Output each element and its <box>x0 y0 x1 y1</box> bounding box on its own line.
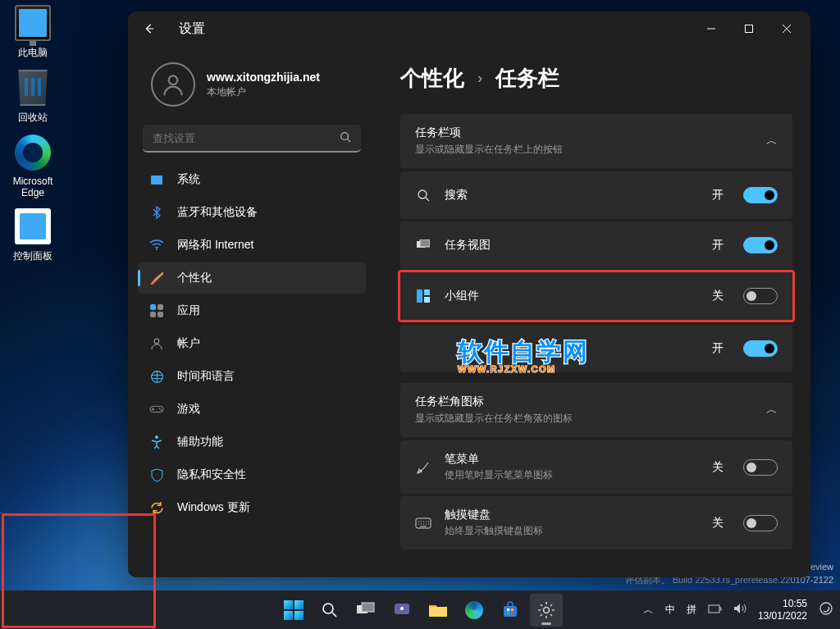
section-taskbar-items[interactable]: 任务栏项 显示或隐藏显示在任务栏上的按钮 ︿ <box>400 114 792 168</box>
search-icon <box>340 131 351 145</box>
recycle-bin-icon <box>15 70 51 106</box>
edge-icon <box>465 601 483 619</box>
start-button[interactable] <box>277 594 310 627</box>
chevron-right-icon: › <box>477 70 482 87</box>
breadcrumb: 个性化 › 任务栏 <box>400 64 792 93</box>
store-icon <box>501 601 519 619</box>
svg-point-21 <box>400 607 404 610</box>
nav-bluetooth[interactable]: 蓝牙和其他设备 <box>138 197 366 228</box>
toggle-task-view[interactable] <box>743 237 778 253</box>
profile[interactable]: www.xitongzhijia.net 本地帐户 <box>138 56 366 121</box>
svg-point-1 <box>169 75 178 84</box>
svg-rect-26 <box>511 612 514 614</box>
tray-network-icon[interactable] <box>708 603 722 617</box>
taskbar-task-view[interactable] <box>349 594 382 627</box>
svg-rect-14 <box>424 289 430 295</box>
profile-account: 本地帐户 <box>207 85 320 99</box>
nav-apps[interactable]: 应用 <box>138 295 366 326</box>
shield-icon <box>149 467 164 482</box>
svg-point-27 <box>544 607 550 613</box>
toggle-touch-keyboard[interactable] <box>743 515 778 531</box>
tray-ime-language[interactable]: 中 <box>665 603 675 617</box>
back-button[interactable] <box>138 17 161 40</box>
svg-point-9 <box>155 435 158 439</box>
wifi-icon <box>149 238 164 253</box>
apps-icon <box>149 303 164 318</box>
pc-icon <box>15 5 51 41</box>
accessibility-icon <box>149 435 164 449</box>
svg-rect-19 <box>362 603 374 612</box>
nav-privacy[interactable]: 隐私和安全性 <box>138 459 366 490</box>
keyboard-icon <box>415 517 431 529</box>
section-corner-icons[interactable]: 任务栏角图标 显示或隐藏显示在任务栏角落的图标 ︿ <box>400 383 792 437</box>
taskbar-search[interactable] <box>313 594 346 627</box>
svg-rect-23 <box>507 608 509 611</box>
chevron-up-icon: ︿ <box>766 134 778 148</box>
tray-volume-icon[interactable] <box>733 603 746 617</box>
toggle-chat[interactable] <box>743 340 778 357</box>
row-pen-menu: 笔菜单 使用笔时显示笔菜单图标 关 <box>400 440 792 494</box>
row-chat: 开 <box>400 325 792 372</box>
taskbar-store[interactable] <box>494 594 527 627</box>
folder-icon <box>428 602 448 618</box>
system-tray: ︿ 中 拼 10:55 13/01/2022 <box>643 598 833 622</box>
nav-system[interactable]: 系统 <box>138 164 366 195</box>
gamepad-icon <box>149 402 164 417</box>
tray-clock[interactable]: 10:55 13/01/2022 <box>758 598 807 622</box>
update-icon <box>149 500 164 515</box>
row-search: 搜索 开 <box>400 171 792 219</box>
desktop-icon-edge[interactable]: Microsoft Edge <box>3 134 62 198</box>
globe-icon <box>149 369 164 384</box>
task-view-icon <box>415 239 431 251</box>
nav-gaming[interactable]: 游戏 <box>138 394 366 425</box>
minimize-button[interactable] <box>692 16 730 42</box>
gear-icon <box>536 600 556 620</box>
taskbar-explorer[interactable] <box>422 594 454 627</box>
svg-rect-24 <box>511 608 514 611</box>
tray-ime-mode[interactable]: 拼 <box>687 603 696 617</box>
tray-focus-icon[interactable] <box>819 601 833 618</box>
maximize-button[interactable] <box>730 16 768 42</box>
profile-name: www.xitongzhijia.net <box>207 71 320 84</box>
svg-point-2 <box>341 132 349 139</box>
nav-accounts[interactable]: 帐户 <box>138 328 366 359</box>
control-panel-icon <box>15 208 51 244</box>
nav-network[interactable]: 网络和 Internet <box>138 230 366 261</box>
search-icon <box>321 601 339 619</box>
search-box[interactable] <box>143 125 361 153</box>
nav: 系统 蓝牙和其他设备 网络和 Internet 个性化 应用 帐户 时间和语言 … <box>138 164 366 523</box>
toggle-pen-menu[interactable] <box>743 459 778 476</box>
desktop-icon-recycle-bin[interactable]: 回收站 <box>3 70 62 125</box>
close-button[interactable] <box>768 16 806 42</box>
bluetooth-icon <box>149 205 164 220</box>
task-view-icon <box>357 602 375 618</box>
nav-personalization[interactable]: 个性化 <box>138 262 366 294</box>
breadcrumb-parent[interactable]: 个性化 <box>400 64 464 93</box>
svg-point-17 <box>323 604 333 613</box>
svg-point-10 <box>418 190 427 198</box>
search-input[interactable] <box>153 132 340 144</box>
tray-chevron-up-icon[interactable]: ︿ <box>643 603 654 618</box>
toggle-widgets[interactable] <box>743 288 778 304</box>
user-icon <box>149 336 164 351</box>
nav-time-language[interactable]: 时间和语言 <box>138 361 366 392</box>
settings-window: 设置 www.xitongzhijia.net 本地帐户 <box>128 11 810 577</box>
avatar <box>151 62 195 107</box>
svg-rect-0 <box>746 25 753 33</box>
toggle-search[interactable] <box>743 187 778 203</box>
chat-icon <box>393 601 411 619</box>
desktop-icon-this-pc[interactable]: 此电脑 <box>3 5 62 60</box>
nav-windows-update[interactable]: Windows 更新 <box>138 492 366 523</box>
svg-point-7 <box>159 408 161 409</box>
svg-point-29 <box>820 603 832 614</box>
sidebar: www.xitongzhijia.net 本地帐户 系统 蓝牙和其他设备 网络和… <box>128 46 374 577</box>
desktop-icon-control-panel[interactable]: 控制面板 <box>3 208 62 263</box>
taskbar-chat[interactable] <box>386 594 418 627</box>
nav-accessibility[interactable]: 辅助功能 <box>138 426 366 458</box>
window-title: 设置 <box>179 21 205 38</box>
taskbar-edge[interactable] <box>458 594 491 627</box>
taskbar-settings[interactable] <box>530 594 563 627</box>
display-icon <box>149 172 164 187</box>
taskbar: ︿ 中 拼 10:55 13/01/2022 <box>0 590 840 629</box>
start-icon <box>284 600 304 620</box>
